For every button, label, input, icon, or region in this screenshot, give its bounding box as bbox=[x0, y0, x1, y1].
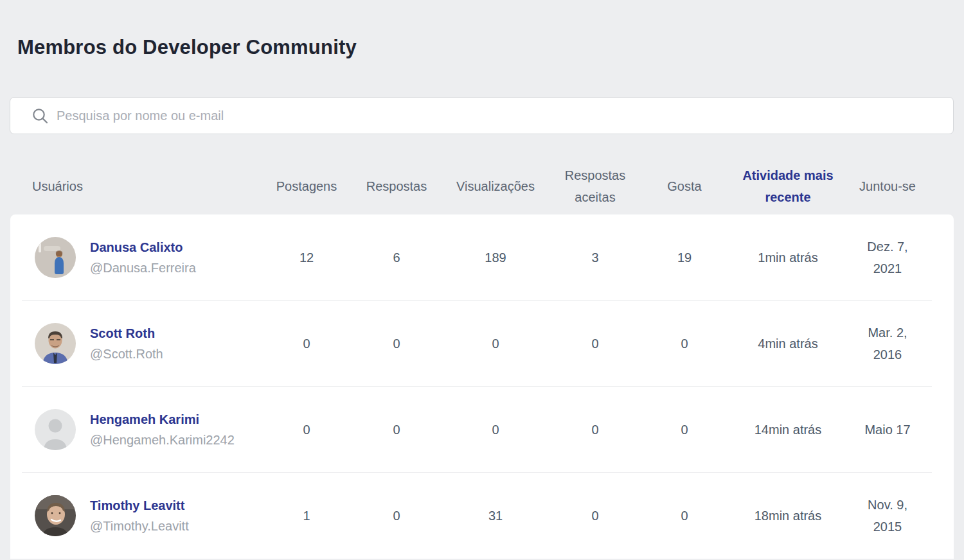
user-meta: Scott Roth @Scott.Roth bbox=[90, 326, 163, 362]
page-title: Membros do Developer Community bbox=[17, 36, 964, 59]
members-table: Danusa Calixto @Danusa.Ferreira 12 6 189… bbox=[10, 214, 954, 559]
avatar-photo-scott bbox=[35, 323, 76, 364]
joined-value: Mar. 2, 2016 bbox=[844, 322, 931, 365]
accepted-value: 3 bbox=[553, 250, 637, 265]
user-cell: Hengameh Karimi @Hengameh.Karimi2242 bbox=[10, 409, 258, 450]
joined-date: Dez. 7, 2021 bbox=[861, 236, 915, 279]
search-input[interactable] bbox=[57, 109, 942, 123]
table-row: Danusa Calixto @Danusa.Ferreira 12 6 189… bbox=[10, 214, 954, 301]
last-activity-value: 18min atrás bbox=[732, 509, 844, 523]
posts-value: 12 bbox=[258, 250, 355, 265]
likes-value: 19 bbox=[637, 250, 732, 265]
user-avatar[interactable] bbox=[35, 237, 76, 278]
posts-value: 0 bbox=[258, 423, 355, 437]
user-name-link[interactable]: Danusa Calixto bbox=[90, 240, 196, 255]
replies-value: 0 bbox=[355, 337, 438, 351]
accepted-value: 0 bbox=[553, 509, 637, 523]
column-header-likes[interactable]: Gosta bbox=[637, 175, 732, 197]
table-row: Hengameh Karimi @Hengameh.Karimi2242 0 0… bbox=[10, 387, 954, 473]
user-cell: Scott Roth @Scott.Roth bbox=[10, 323, 258, 364]
replies-value: 6 bbox=[355, 250, 438, 265]
joined-date: Maio 17 bbox=[864, 419, 910, 441]
user-meta: Hengameh Karimi @Hengameh.Karimi2242 bbox=[90, 412, 235, 448]
table-row: Timothy Leavitt @Timothy.Leavitt 1 0 31 … bbox=[10, 473, 954, 559]
user-avatar[interactable] bbox=[35, 409, 76, 450]
last-activity-value: 14min atrás bbox=[732, 423, 844, 437]
views-value: 0 bbox=[438, 423, 553, 437]
avatar-photo-timothy bbox=[35, 495, 76, 536]
user-meta: Danusa Calixto @Danusa.Ferreira bbox=[90, 240, 196, 276]
likes-value: 0 bbox=[637, 509, 732, 523]
user-name-link[interactable]: Timothy Leavitt bbox=[90, 498, 189, 513]
accepted-value: 0 bbox=[553, 337, 637, 351]
replies-value: 0 bbox=[355, 423, 438, 437]
accepted-value: 0 bbox=[553, 423, 637, 437]
user-meta: Timothy Leavitt @Timothy.Leavitt bbox=[90, 498, 189, 534]
avatar-placeholder-person bbox=[35, 409, 76, 450]
user-cell: Danusa Calixto @Danusa.Ferreira bbox=[10, 237, 258, 278]
user-name-link[interactable]: Hengameh Karimi bbox=[90, 412, 235, 427]
views-value: 31 bbox=[438, 509, 553, 523]
last-activity-value: 4min atrás bbox=[732, 337, 844, 351]
last-activity-value: 1min atrás bbox=[732, 250, 844, 265]
joined-date: Nov. 9, 2015 bbox=[861, 494, 915, 538]
column-header-users[interactable]: Usuários bbox=[10, 179, 258, 194]
posts-value: 0 bbox=[258, 337, 355, 351]
column-header-replies[interactable]: Respostas bbox=[355, 175, 438, 197]
table-header: Usuários Postagens Respostas Visualizaçõ… bbox=[10, 158, 954, 214]
views-value: 0 bbox=[438, 337, 553, 351]
table-row: Scott Roth @Scott.Roth 0 0 0 0 0 4min at… bbox=[10, 301, 954, 387]
replies-value: 0 bbox=[355, 509, 438, 523]
column-header-activity-sorted[interactable]: Atividade mais recente bbox=[732, 164, 844, 208]
user-username: @Danusa.Ferreira bbox=[90, 260, 196, 276]
column-header-posts[interactable]: Postagens bbox=[258, 175, 355, 197]
column-header-joined[interactable]: Juntou-se bbox=[844, 175, 931, 197]
column-header-accepted[interactable]: Respostas aceitas bbox=[553, 164, 637, 208]
joined-value: Dez. 7, 2021 bbox=[844, 236, 931, 279]
posts-value: 1 bbox=[258, 509, 355, 523]
user-username: @Scott.Roth bbox=[90, 346, 163, 362]
search-bar bbox=[10, 97, 954, 134]
likes-value: 0 bbox=[637, 337, 732, 351]
column-header-views[interactable]: Visualizações bbox=[438, 175, 553, 197]
joined-value: Maio 17 bbox=[844, 419, 931, 441]
user-avatar[interactable] bbox=[35, 323, 76, 364]
user-name-link[interactable]: Scott Roth bbox=[90, 326, 163, 341]
views-value: 189 bbox=[438, 250, 553, 265]
user-avatar[interactable] bbox=[35, 495, 76, 536]
user-cell: Timothy Leavitt @Timothy.Leavitt bbox=[10, 495, 258, 536]
user-username: @Timothy.Leavitt bbox=[90, 518, 189, 534]
joined-value: Nov. 9, 2015 bbox=[844, 494, 931, 538]
avatar-photo-danusa bbox=[35, 237, 76, 278]
search-icon bbox=[31, 107, 49, 125]
user-username: @Hengameh.Karimi2242 bbox=[90, 432, 235, 448]
joined-date: Mar. 2, 2016 bbox=[861, 322, 915, 365]
likes-value: 0 bbox=[637, 423, 732, 437]
